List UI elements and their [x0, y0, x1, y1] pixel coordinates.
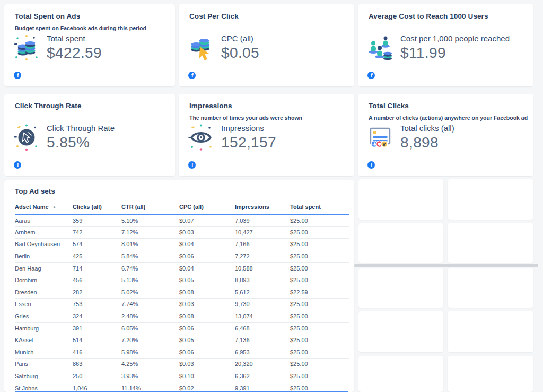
table-cell: $25.00: [290, 250, 349, 263]
column-header-total-spent[interactable]: Total spent: [290, 201, 349, 214]
table-cell: 6,362: [235, 370, 290, 382]
table-cell: $0.06: [179, 250, 235, 263]
table-cell: Paris: [15, 358, 73, 370]
empty-widget-placeholder: [358, 223, 443, 263]
table-cell: 7.12%: [121, 227, 179, 239]
table-cell: $0.04: [179, 262, 235, 274]
table-cell: Berlin: [15, 250, 73, 263]
table-cell: 9,730: [235, 298, 290, 310]
table-cell: $22.59: [290, 286, 349, 299]
column-header-ctr[interactable]: CTR (all): [121, 201, 179, 214]
table-row[interactable]: KAssel5147.20%$0.057,136$25.00: [15, 334, 349, 346]
kpi-metric-block: CPC (all) $0.05: [188, 34, 259, 62]
column-header-cpc[interactable]: CPC (all): [179, 201, 235, 214]
kpi-card-impressions: Impressions The number of times your ads…: [179, 94, 354, 176]
table-cell: 20,320: [235, 358, 290, 370]
table-row[interactable]: Arnhem7427.12%$0.0310,427$25.00: [15, 227, 349, 239]
people-reach-icon: [367, 34, 393, 62]
kpi-metric-label: Impressions: [221, 124, 276, 133]
kpi-card-click-through-rate: Click Through Rate Click Through Rate 5.…: [4, 94, 175, 176]
kpi-metric-value: $0.05: [221, 45, 259, 62]
empty-widget-placeholder: [448, 179, 533, 220]
table-row[interactable]: Salzburg2503.93%$0.106,362$25.00: [15, 370, 349, 382]
table-cell: 10,588: [235, 262, 290, 274]
table-row[interactable]: Dornbirn4565.13%$0.058,893$25.00: [15, 274, 349, 286]
table-cell: $25.00: [290, 238, 349, 250]
table-cell: $0.06: [179, 322, 235, 334]
empty-widget-placeholder: [358, 311, 443, 352]
table-cell: 7.20%: [121, 334, 179, 346]
table-cell: 416: [73, 346, 121, 359]
table-cell: $25.00: [290, 358, 349, 370]
table-cell: Gries: [15, 310, 73, 323]
table-cell: 10,427: [235, 227, 290, 239]
table-cell: $0.05: [179, 334, 235, 346]
table-row[interactable]: Hamburg3916.05%$0.066,468$25.00: [15, 322, 349, 334]
table-cell: 6,953: [235, 346, 290, 359]
table-cell: $25.00: [290, 346, 349, 359]
adsets-table-body: Aarau3595.10%$0.077,039$25.00Arnhem7427.…: [15, 214, 349, 392]
horizontal-scrollbar[interactable]: [354, 264, 538, 267]
table-cell: $0.06: [179, 346, 235, 359]
kpi-card-title: Cost Per Click: [189, 12, 239, 20]
table-cell: 714: [73, 262, 121, 274]
table-cell: 2.48%: [121, 310, 179, 323]
table-cell: $25.00: [290, 310, 349, 323]
table-cell: 359: [73, 214, 121, 227]
table-cell: 7,039: [235, 214, 290, 227]
facebook-icon: f: [14, 72, 21, 79]
kpi-metric-block: Total clicks (all) 8,898: [367, 124, 454, 151]
column-header-adset-name[interactable]: Adset Name▲: [15, 201, 73, 214]
table-cell: $0.03: [179, 298, 235, 310]
column-header-impressions[interactable]: Impressions: [235, 201, 290, 214]
table-cell: Den Haag: [15, 262, 73, 274]
column-header-clicks[interactable]: Clicks (all): [73, 201, 121, 214]
kpi-card-title: Impressions: [189, 102, 232, 110]
table-cell: $0.04: [179, 238, 235, 250]
table-cell: $0.10: [179, 370, 235, 382]
kpi-metric-label: Click Through Rate: [47, 124, 115, 133]
kpi-metric-label: Total spent: [47, 34, 102, 43]
table-row[interactable]: Essen7537.74%$0.039,730$25.00: [15, 298, 349, 310]
table-row[interactable]: Bad Oeynhausen5748.01%$0.047,166$25.00: [15, 238, 349, 250]
table-cell: Hamburg: [15, 322, 73, 334]
ad-reactions-icon: [367, 124, 393, 151]
table-row[interactable]: Berlin4255.84%$0.067,272$25.00: [15, 250, 349, 263]
table-cell: $0.03: [179, 227, 235, 239]
table-cell: Bad Oeynhausen: [15, 238, 73, 250]
kpi-card-title: Total Clicks: [369, 102, 409, 110]
table-cell: 5.84%: [121, 250, 179, 263]
kpi-card-total-clicks: Total Clicks A number of clicks (actions…: [358, 94, 533, 176]
table-cell: 6,468: [235, 322, 290, 334]
table-row[interactable]: Den Haag7146.74%$0.0410,588$25.00: [15, 262, 349, 274]
table-row[interactable]: Gries3242.48%$0.0813,074$25.00: [15, 310, 349, 323]
kpi-card-title: Click Through Rate: [15, 102, 82, 110]
table-cell: $25.00: [290, 370, 349, 382]
table-cell: Aarau: [15, 214, 73, 227]
table-header-row: Adset Name▲ Clicks (all) CTR (all) CPC (…: [15, 201, 349, 214]
table-cell: 282: [73, 286, 121, 299]
kpi-card-subtitle: Budget spent on Facebook ads during this…: [15, 25, 146, 31]
svg-text:f: f: [17, 162, 19, 168]
table-cell: $25.00: [290, 298, 349, 310]
table-cell: $25.00: [290, 227, 349, 239]
table-cell: 6.05%: [121, 322, 179, 334]
table-cell: 742: [73, 227, 121, 239]
kpi-card-subtitle: A number of clicks (actions) anywhere on…: [369, 115, 528, 121]
empty-widget-placeholder: [448, 223, 533, 263]
kpi-metric-label: CPC (all): [221, 34, 259, 43]
kpi-metric-value: 152,157: [221, 134, 276, 151]
table-row[interactable]: Munich4165.98%$0.066,953$25.00: [15, 346, 349, 359]
table-cell: 7,166: [235, 238, 290, 250]
table-cell: 324: [73, 310, 121, 323]
empty-widget-placeholder: [448, 356, 533, 392]
facebook-icon: f: [367, 161, 375, 169]
facebook-icon: f: [188, 72, 196, 79]
table-cell: 8,893: [235, 274, 290, 286]
table-cell: 5.10%: [121, 214, 179, 227]
table-row[interactable]: Aarau3595.10%$0.077,039$25.00: [15, 214, 349, 227]
table-row[interactable]: Dresden2825.02%$0.085,612$22.59: [15, 286, 349, 299]
table-row[interactable]: Paris8634.25%$0.0320,320$25.00: [15, 358, 349, 370]
table-cell: 6.74%: [121, 262, 179, 274]
svg-text:f: f: [191, 162, 194, 168]
